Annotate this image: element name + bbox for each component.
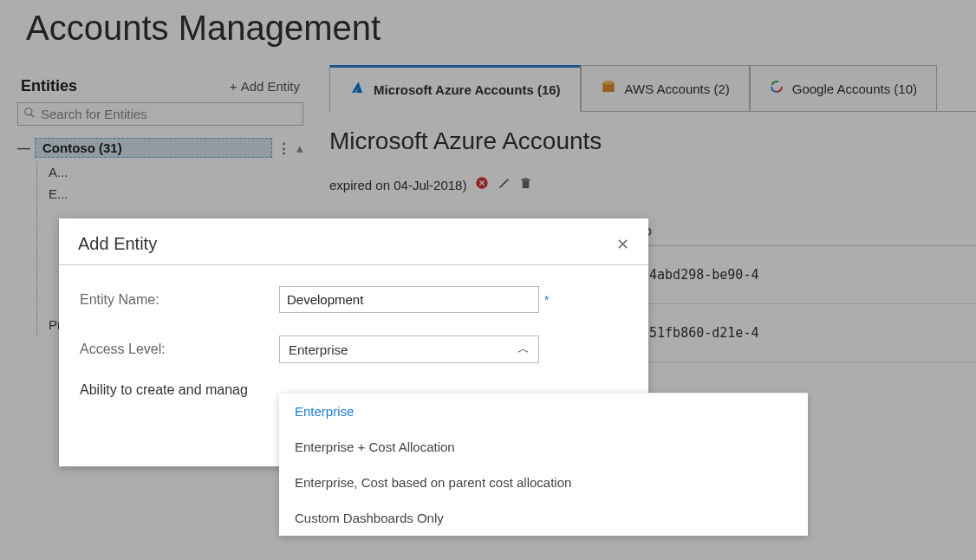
entity-name-input[interactable] <box>279 286 539 313</box>
chevron-up-icon: ︿ <box>517 342 530 357</box>
access-level-value: Enterprise <box>289 342 348 357</box>
access-level-row: Access Level: Enterprise ︿ <box>80 335 628 363</box>
access-level-select[interactable]: Enterprise ︿ <box>279 335 539 363</box>
required-icon: * <box>544 293 549 307</box>
dropdown-option[interactable]: Custom Dashboards Only <box>279 500 808 536</box>
entity-name-label: Entity Name: <box>80 292 279 308</box>
access-level-dropdown[interactable]: Enterprise Enterprise + Cost Allocation … <box>279 393 808 536</box>
close-icon[interactable]: ✕ <box>616 235 629 254</box>
modal-title: Add Entity <box>78 234 157 254</box>
entity-name-row: Entity Name: * <box>80 286 628 313</box>
dropdown-option[interactable]: Enterprise + Cost Allocation <box>279 429 808 465</box>
dropdown-option[interactable]: Enterprise, Cost based on parent cost al… <box>279 465 808 500</box>
dropdown-option[interactable]: Enterprise <box>279 394 808 429</box>
access-level-label: Access Level: <box>80 342 279 357</box>
modal-header: Add Entity ✕ <box>59 218 648 265</box>
